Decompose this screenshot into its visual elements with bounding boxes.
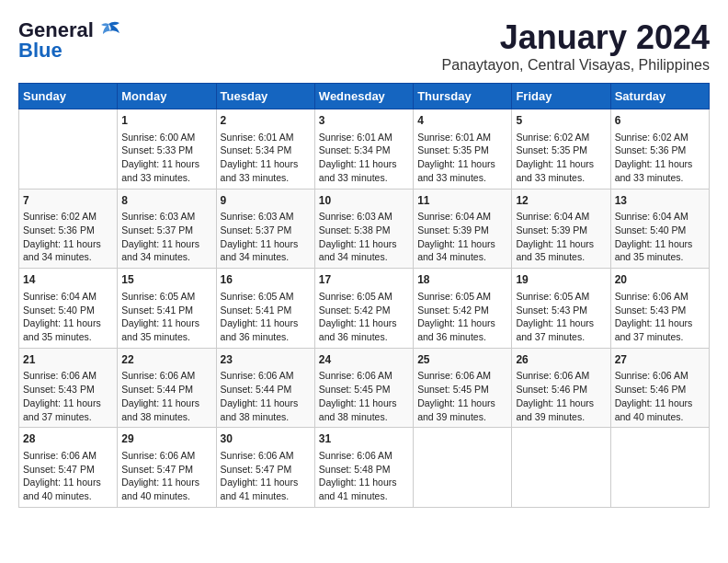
daylight-text: Daylight: 11 hours and 35 minutes. (23, 316, 113, 343)
daylight-text: Daylight: 11 hours and 34 minutes. (221, 237, 311, 264)
calendar-cell: 21Sunrise: 6:06 AMSunset: 5:43 PMDayligh… (19, 348, 118, 428)
calendar-header-sunday: Sunday (19, 84, 118, 109)
page-title: January 2024 (442, 18, 710, 57)
day-number: 15 (121, 272, 211, 288)
sunrise-text: Sunrise: 6:05 AM (319, 290, 409, 304)
calendar-cell: 10Sunrise: 6:03 AMSunset: 5:38 PMDayligh… (314, 189, 413, 269)
sunset-text: Sunset: 5:39 PM (417, 224, 507, 237)
daylight-text: Daylight: 11 hours and 33 minutes. (221, 157, 311, 184)
day-number: 25 (417, 352, 507, 368)
sunset-text: Sunset: 5:42 PM (319, 304, 409, 317)
calendar-table: SundayMondayTuesdayWednesdayThursdayFrid… (18, 83, 710, 508)
daylight-text: Daylight: 11 hours and 36 minutes. (221, 316, 311, 343)
daylight-text: Daylight: 11 hours and 33 minutes. (319, 157, 409, 184)
sunset-text: Sunset: 5:44 PM (121, 383, 211, 396)
day-number: 28 (23, 431, 113, 447)
calendar-cell: 29Sunrise: 6:06 AMSunset: 5:47 PMDayligh… (118, 428, 216, 508)
day-number: 4 (417, 113, 507, 129)
calendar-cell: 7Sunrise: 6:02 AMSunset: 5:36 PMDaylight… (19, 189, 118, 269)
calendar-header-wednesday: Wednesday (314, 84, 413, 109)
sunrise-text: Sunrise: 6:04 AM (615, 210, 705, 224)
sunset-text: Sunset: 5:34 PM (221, 144, 311, 157)
calendar-cell: 17Sunrise: 6:05 AMSunset: 5:42 PMDayligh… (314, 269, 413, 349)
sunrise-text: Sunrise: 6:06 AM (319, 449, 409, 463)
sunset-text: Sunset: 5:43 PM (23, 383, 113, 396)
sunset-text: Sunset: 5:35 PM (516, 144, 606, 157)
sunrise-text: Sunrise: 6:06 AM (221, 449, 311, 463)
daylight-text: Daylight: 11 hours and 37 minutes. (23, 396, 113, 423)
day-number: 21 (23, 352, 113, 368)
calendar-cell: 24Sunrise: 6:06 AMSunset: 5:45 PMDayligh… (314, 348, 413, 428)
calendar-cell: 19Sunrise: 6:05 AMSunset: 5:43 PMDayligh… (512, 269, 610, 349)
day-number: 31 (319, 431, 409, 447)
sunset-text: Sunset: 5:37 PM (121, 224, 211, 237)
sunrise-text: Sunrise: 6:04 AM (23, 290, 113, 304)
calendar-cell (19, 109, 118, 190)
day-number: 18 (417, 272, 507, 288)
sunrise-text: Sunrise: 6:00 AM (121, 131, 211, 144)
day-number: 5 (516, 113, 606, 129)
calendar-header-tuesday: Tuesday (216, 84, 314, 109)
sunrise-text: Sunrise: 6:01 AM (417, 131, 507, 144)
daylight-text: Daylight: 11 hours and 40 minutes. (23, 476, 113, 502)
calendar-cell: 13Sunrise: 6:04 AMSunset: 5:40 PMDayligh… (610, 189, 709, 269)
sunrise-text: Sunrise: 6:06 AM (516, 369, 606, 383)
sunrise-text: Sunrise: 6:06 AM (121, 369, 211, 383)
sunrise-text: Sunrise: 6:06 AM (319, 369, 409, 383)
calendar-cell: 22Sunrise: 6:06 AMSunset: 5:44 PMDayligh… (118, 348, 216, 428)
daylight-text: Daylight: 11 hours and 39 minutes. (516, 396, 606, 423)
sunset-text: Sunset: 5:46 PM (516, 383, 606, 396)
sunrise-text: Sunrise: 6:06 AM (23, 369, 113, 383)
sunset-text: Sunset: 5:36 PM (615, 144, 705, 157)
calendar-cell: 20Sunrise: 6:06 AMSunset: 5:43 PMDayligh… (610, 269, 709, 349)
calendar-cell: 11Sunrise: 6:04 AMSunset: 5:39 PMDayligh… (414, 189, 512, 269)
day-number: 10 (319, 193, 409, 209)
calendar-cell: 16Sunrise: 6:05 AMSunset: 5:41 PMDayligh… (216, 269, 314, 349)
daylight-text: Daylight: 11 hours and 38 minutes. (221, 396, 311, 423)
calendar-week-row: 1Sunrise: 6:00 AMSunset: 5:33 PMDaylight… (19, 109, 710, 190)
calendar-cell: 23Sunrise: 6:06 AMSunset: 5:44 PMDayligh… (216, 348, 314, 428)
day-number: 23 (221, 352, 311, 368)
day-number: 27 (615, 352, 705, 368)
calendar-cell: 18Sunrise: 6:05 AMSunset: 5:42 PMDayligh… (414, 269, 512, 349)
daylight-text: Daylight: 11 hours and 34 minutes. (319, 237, 409, 264)
sunrise-text: Sunrise: 6:05 AM (121, 290, 211, 304)
sunset-text: Sunset: 5:45 PM (417, 383, 507, 396)
day-number: 17 (319, 272, 409, 288)
sunset-text: Sunset: 5:45 PM (319, 383, 409, 396)
day-number: 20 (615, 272, 705, 288)
sunset-text: Sunset: 5:36 PM (23, 224, 113, 237)
calendar-cell: 31Sunrise: 6:06 AMSunset: 5:48 PMDayligh… (314, 428, 413, 508)
sunset-text: Sunset: 5:33 PM (121, 144, 211, 157)
sunset-text: Sunset: 5:47 PM (121, 463, 211, 477)
sunset-text: Sunset: 5:47 PM (23, 463, 113, 477)
calendar-header-row: SundayMondayTuesdayWednesdayThursdayFrid… (19, 84, 710, 109)
sunrise-text: Sunrise: 6:06 AM (615, 369, 705, 383)
daylight-text: Daylight: 11 hours and 35 minutes. (516, 237, 606, 264)
day-number: 9 (221, 193, 311, 209)
sunset-text: Sunset: 5:37 PM (221, 224, 311, 237)
sunset-text: Sunset: 5:43 PM (615, 304, 705, 317)
sunrise-text: Sunrise: 6:06 AM (615, 290, 705, 304)
daylight-text: Daylight: 11 hours and 33 minutes. (121, 157, 211, 184)
day-number: 26 (516, 352, 606, 368)
day-number: 12 (516, 193, 606, 209)
calendar-cell (512, 428, 610, 508)
daylight-text: Daylight: 11 hours and 33 minutes. (615, 157, 705, 184)
day-number: 19 (516, 272, 606, 288)
daylight-text: Daylight: 11 hours and 40 minutes. (615, 396, 705, 423)
daylight-text: Daylight: 11 hours and 37 minutes. (516, 316, 606, 343)
header: General Blue January 2024 Panaytayon, Ce… (18, 18, 710, 74)
sunrise-text: Sunrise: 6:06 AM (23, 449, 113, 463)
calendar-cell: 14Sunrise: 6:04 AMSunset: 5:40 PMDayligh… (19, 269, 118, 349)
daylight-text: Daylight: 11 hours and 35 minutes. (615, 237, 705, 264)
calendar-cell (414, 428, 512, 508)
calendar-cell: 28Sunrise: 6:06 AMSunset: 5:47 PMDayligh… (19, 428, 118, 508)
calendar-week-row: 7Sunrise: 6:02 AMSunset: 5:36 PMDaylight… (19, 189, 710, 269)
sunrise-text: Sunrise: 6:05 AM (417, 290, 507, 304)
daylight-text: Daylight: 11 hours and 38 minutes. (319, 396, 409, 423)
day-number: 6 (615, 113, 705, 129)
day-number: 13 (615, 193, 705, 209)
calendar-cell: 6Sunrise: 6:02 AMSunset: 5:36 PMDaylight… (610, 109, 709, 190)
sunset-text: Sunset: 5:34 PM (319, 144, 409, 157)
